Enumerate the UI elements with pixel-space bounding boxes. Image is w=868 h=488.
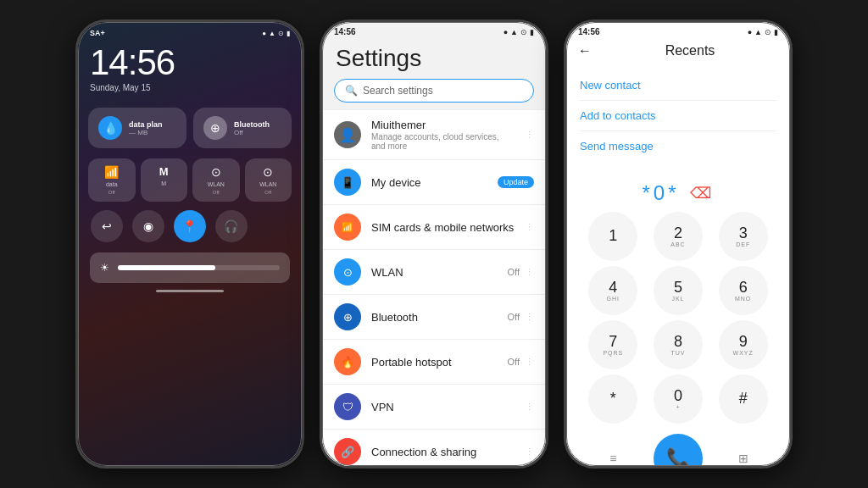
settings-item-vpn[interactable]: 🛡 VPN ⋮ [322, 385, 546, 430]
settings-item-sim[interactable]: 📶 SIM cards & mobile networks ⋮ [322, 205, 546, 250]
wlan-status: Off [508, 267, 520, 277]
cam-icon-3: ● [748, 28, 752, 36]
connection-text: Connection & sharing [371, 446, 515, 458]
settings-heading: Settings [322, 38, 546, 79]
dialer-title: Recents [602, 43, 778, 58]
status-bar-1: SA+ ● ▲ ⊙ ▮ [78, 22, 302, 41]
action-buttons: ↩ ◉ 📍 🎧 [78, 205, 302, 247]
wifi-icon-2: ⊙ [520, 28, 527, 36]
time-display-2: 14:56 [334, 27, 356, 36]
add-to-contacts-option[interactable]: Add to contacts [580, 101, 776, 131]
brightness-slider[interactable]: ☀ [90, 252, 290, 283]
battery-icon: ▮ [287, 30, 290, 37]
back-button[interactable]: ← [578, 43, 592, 58]
keypad-btn[interactable]: ⊞ [725, 440, 762, 466]
settings-item-hotspot[interactable]: 🔥 Portable hotspot Off ⋮ [322, 340, 546, 385]
dial-key-4[interactable]: 4 GHI [588, 266, 637, 315]
carrier-label: SA+ [90, 29, 105, 37]
dial-key-5[interactable]: 5 JKL [654, 266, 703, 315]
vpn-name: VPN [371, 401, 515, 413]
sim-name: SIM cards & mobile networks [371, 221, 515, 234]
connection-name: Connection & sharing [371, 446, 515, 458]
new-contact-option[interactable]: New contact [580, 70, 776, 101]
phone-settings: 14:56 ● ▲ ⊙ ▮ Settings 🔍 Search settings… [320, 19, 548, 469]
settings-item-miuithemer[interactable]: 👤 Miuithemer Manage accounts, cloud serv… [322, 109, 546, 160]
dial-key-9[interactable]: 9 WXYZ [719, 320, 768, 369]
wlan-icon: ⊙ [211, 165, 221, 179]
sim-right: ⋮ [525, 222, 534, 233]
wlan2-toggle[interactable]: ⊙ WLAN Off [245, 158, 292, 202]
dial-key-hash[interactable]: # [719, 374, 768, 424]
data-label: data [106, 181, 118, 187]
wifi-icon-s: ⊙ [278, 30, 284, 37]
data-status: Off [108, 190, 115, 195]
back-btn[interactable]: ↩ [91, 210, 123, 242]
location-btn[interactable]: 📍 [174, 210, 206, 242]
bluetooth-setting-icon: ⊕ [334, 303, 361, 330]
mydevice-text: My device [371, 176, 487, 189]
search-icon: 🔍 [345, 85, 358, 97]
circle-btn[interactable]: ◉ [132, 210, 164, 242]
dial-key-2[interactable]: 2 ABC [654, 212, 703, 261]
update-badge: Update [498, 176, 534, 188]
battery-icon-3: ▮ [774, 28, 778, 36]
time-display-1: 14:56 [78, 41, 302, 83]
dial-display: *0* ⌫ [566, 168, 790, 212]
sim-text: SIM cards & mobile networks [371, 221, 515, 234]
bluetooth-icon-tile: ⊕ [203, 116, 227, 140]
headset-btn[interactable]: 🎧 [215, 210, 248, 242]
hotspot-text: Portable hotspot [371, 356, 498, 369]
menu-btn[interactable]: ≡ [594, 440, 632, 466]
dial-key-7[interactable]: 7 PQRS [588, 320, 637, 369]
data-toggle[interactable]: 📶 data Off [88, 158, 136, 202]
wlan2-status: Off [264, 190, 271, 195]
mydevice-icon: 📱 [334, 169, 361, 196]
data-plan-sub: — MB [129, 129, 163, 136]
wlan-label: WLAN [208, 181, 225, 187]
bluetooth-status: Off [508, 312, 520, 322]
bluetooth-tile[interactable]: ⊕ Bluetooth Off [193, 108, 292, 148]
m-icon: M [159, 165, 169, 178]
signal-icon: ▲ [269, 30, 275, 37]
dial-key-star[interactable]: * [588, 374, 637, 424]
dial-key-6[interactable]: 6 MNO [719, 266, 768, 315]
data-plan-label: data plan [129, 120, 163, 129]
contact-options: New contact Add to contacts Send message [566, 64, 790, 168]
dial-key-3[interactable]: 3 DEF [719, 212, 768, 261]
status-icons-2: ● ▲ ⊙ ▮ [504, 28, 534, 36]
dialer-screen: 14:56 ● ▲ ⊙ ▮ ← Recents New contact Add … [566, 22, 790, 466]
chevron-icon-4: ⋮ [525, 312, 534, 323]
wlan-right: Off ⋮ [508, 267, 534, 278]
dial-key-0[interactable]: 0 + [654, 374, 703, 424]
wlan-setting-name: WLAN [371, 266, 498, 279]
mydevice-name: My device [371, 176, 487, 189]
call-button[interactable]: 📞 [654, 434, 703, 466]
settings-item-mydevice[interactable]: 📱 My device Update [322, 160, 546, 205]
phone-dialer: 14:56 ● ▲ ⊙ ▮ ← Recents New contact Add … [564, 19, 793, 469]
send-message-option[interactable]: Send message [580, 131, 776, 161]
miuithemer-text: Miuithemer Manage accounts, cloud servic… [371, 119, 515, 151]
settings-item-connection[interactable]: 🔗 Connection & sharing ⋮ [322, 430, 546, 466]
delete-button[interactable]: ⌫ [690, 184, 715, 202]
phone-control-center: SA+ ● ▲ ⊙ ▮ 14:56 Sunday, May 15 💧 data … [75, 19, 304, 469]
search-bar[interactable]: 🔍 Search settings [334, 79, 534, 103]
status-bar-3: 14:56 ● ▲ ⊙ ▮ [566, 22, 790, 38]
home-indicator-1 [156, 290, 224, 292]
brightness-icon: ☀ [100, 262, 109, 274]
dial-pad: 1 2 ABC 3 DEF 4 GHI 5 JKL 6 MNO [566, 212, 790, 430]
status-bar-2: 14:56 ● ▲ ⊙ ▮ [322, 22, 546, 38]
hotspot-status: Off [508, 357, 520, 367]
chevron-icon-7: ⋮ [525, 446, 534, 458]
settings-item-bluetooth[interactable]: ⊕ Bluetooth Off ⋮ [322, 295, 546, 340]
wlan-toggle[interactable]: ⊙ WLAN Off [192, 158, 240, 202]
settings-item-wlan[interactable]: ⊙ WLAN Off ⋮ [322, 250, 546, 295]
data-plan-tile[interactable]: 💧 data plan — MB [88, 108, 186, 148]
dial-action-row: ≡ 📞 ⊞ [566, 430, 790, 466]
time-display-3: 14:56 [578, 27, 600, 36]
m-toggle[interactable]: M M [141, 158, 188, 202]
status-icons-1: ● ▲ ⊙ ▮ [262, 30, 290, 37]
dial-key-8[interactable]: 8 TUV [654, 320, 703, 369]
signal-icon-3: ▲ [754, 28, 762, 36]
dial-key-1[interactable]: 1 [588, 212, 637, 261]
miuithemer-icon: 👤 [334, 121, 361, 148]
